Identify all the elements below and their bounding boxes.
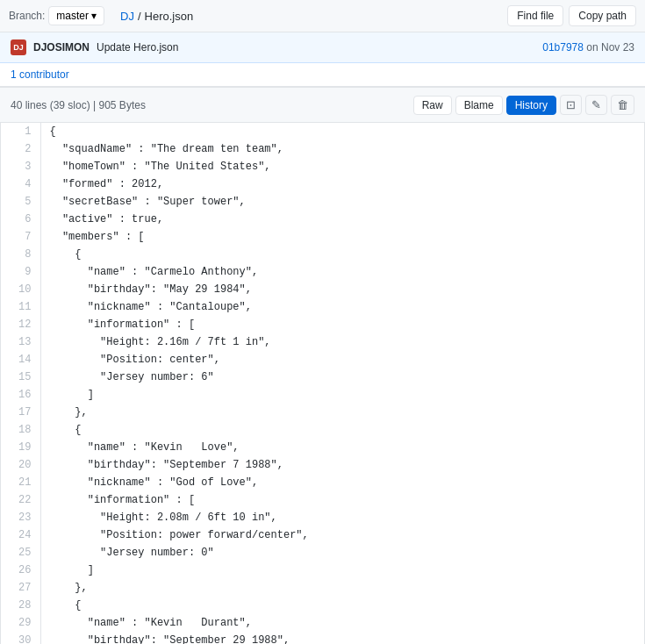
line-number: 15: [1, 369, 40, 386]
table-row: 14 "Position: center",: [1, 351, 644, 369]
line-content: {: [40, 246, 644, 263]
breadcrumb: DJ / Hero.json: [120, 10, 193, 23]
table-row: 18 {: [1, 421, 644, 439]
find-file-button[interactable]: Find file: [507, 5, 563, 26]
table-row: 15 "Jersey number: 6": [1, 369, 644, 386]
table-row: 27 },: [1, 579, 644, 597]
line-number: 16: [1, 386, 40, 404]
table-row: 16 ]: [1, 386, 644, 404]
desktop-icon[interactable]: ⊡: [560, 95, 582, 115]
line-content: {: [40, 421, 644, 439]
line-content: ]: [40, 562, 644, 579]
branch-selector[interactable]: Branch: master ▾: [9, 6, 104, 25]
line-number: 23: [1, 509, 40, 526]
line-content: "Height: 2.16m / 7ft 1 in",: [40, 333, 644, 351]
table-row: 30 "birthday": "September 29 1988",: [1, 632, 644, 644]
blame-button[interactable]: Blame: [455, 96, 503, 115]
line-number: 29: [1, 614, 40, 632]
line-content: "Height: 2.08m / 6ft 10 in",: [40, 509, 644, 526]
table-row: 12 "information" : [: [1, 316, 644, 333]
commit-message: Update Hero.json: [97, 41, 178, 54]
history-button[interactable]: History: [506, 96, 556, 115]
branch-button[interactable]: master ▾: [48, 6, 104, 25]
file-meta-bar: 40 lines (39 sloc) | 905 Bytes Raw Blame…: [0, 87, 645, 123]
line-content: "birthday": "September 29 1988",: [40, 632, 644, 644]
line-content: "Position: power forward/center",: [40, 526, 644, 544]
line-number: 26: [1, 562, 40, 579]
table-row: 7 "members" : [: [1, 228, 644, 246]
table-row: 11 "nickname" : "Cantaloupe",: [1, 298, 644, 316]
line-content: "birthday": "May 29 1984",: [40, 281, 644, 298]
table-row: 28 {: [1, 597, 644, 614]
line-content: "secretBase" : "Super tower",: [40, 193, 644, 211]
line-number: 3: [1, 158, 40, 175]
table-row: 23 "Height: 2.08m / 6ft 10 in",: [1, 509, 644, 526]
table-row: 29 "name" : "Kevin Durant",: [1, 614, 644, 632]
line-content: "homeTown" : "The United States",: [40, 158, 644, 175]
chevron-down-icon: ▾: [91, 10, 97, 22]
edit-icon[interactable]: ✎: [585, 95, 607, 115]
table-row: 4 "formed" : 2012,: [1, 175, 644, 193]
table-row: 13 "Height: 2.16m / 7ft 1 in",: [1, 333, 644, 351]
line-number: 8: [1, 246, 40, 263]
commit-author[interactable]: DJOSIMON: [33, 41, 90, 54]
line-content: ]: [40, 386, 644, 404]
table-row: 6 "active" : true,: [1, 211, 644, 228]
line-number: 20: [1, 456, 40, 474]
commit-info-left: DJ DJOSIMON Update Hero.json: [11, 39, 178, 55]
table-row: 8 {: [1, 246, 644, 263]
line-number: 19: [1, 439, 40, 456]
commit-bar: DJ DJOSIMON Update Hero.json 01b7978 on …: [0, 32, 645, 63]
line-content: "Jersey number: 6": [40, 369, 644, 386]
line-content: "nickname" : "God of Love",: [40, 474, 644, 491]
line-number: 30: [1, 632, 40, 644]
breadcrumb-file: Hero.json: [145, 10, 194, 23]
table-row: 10 "birthday": "May 29 1984",: [1, 281, 644, 298]
branch-label: Branch:: [9, 10, 45, 22]
line-number: 5: [1, 193, 40, 211]
commit-hash[interactable]: 01b7978: [542, 41, 584, 54]
commit-info-right: 01b7978 on Nov 23: [542, 41, 634, 54]
table-row: 20 "birthday": "September 7 1988",: [1, 456, 644, 474]
line-number: 14: [1, 351, 40, 369]
line-content: "name" : "Kevin Durant",: [40, 614, 644, 632]
file-actions: Raw Blame History ⊡ ✎ 🗑: [413, 95, 634, 115]
line-number: 13: [1, 333, 40, 351]
table-row: 26 ]: [1, 562, 644, 579]
table-row: 2 "squadName" : "The dream ten team",: [1, 140, 644, 158]
line-content: "formed" : 2012,: [40, 175, 644, 193]
raw-button[interactable]: Raw: [413, 96, 452, 115]
line-number: 17: [1, 404, 40, 421]
table-row: 17 },: [1, 404, 644, 421]
file-stats: 40 lines (39 sloc) | 905 Bytes: [11, 99, 146, 111]
line-content: },: [40, 579, 644, 597]
line-content: "birthday": "September 7 1988",: [40, 456, 644, 474]
line-content: },: [40, 404, 644, 421]
table-row: 21 "nickname" : "God of Love",: [1, 474, 644, 491]
copy-path-button[interactable]: Copy path: [569, 5, 636, 26]
table-row: 5 "secretBase" : "Super tower",: [1, 193, 644, 211]
line-content: {: [40, 597, 644, 614]
commit-date: on Nov 23: [586, 41, 634, 54]
avatar: DJ: [11, 39, 26, 55]
file-size: 905 Bytes: [99, 99, 146, 111]
table-row: 25 "Jersey number: 0": [1, 544, 644, 562]
contributor-link[interactable]: 1 contributor: [11, 68, 69, 81]
table-row: 24 "Position: power forward/center",: [1, 526, 644, 544]
line-number: 22: [1, 491, 40, 509]
line-number: 6: [1, 211, 40, 228]
line-number: 9: [1, 263, 40, 281]
line-number: 4: [1, 175, 40, 193]
line-content: "name" : "Carmelo Anthony",: [40, 263, 644, 281]
contributor-bar: 1 contributor: [0, 63, 645, 87]
line-number: 24: [1, 526, 40, 544]
line-content: {: [40, 123, 644, 140]
line-content: "active" : true,: [40, 211, 644, 228]
line-number: 7: [1, 228, 40, 246]
line-content: "nickname" : "Cantaloupe",: [40, 298, 644, 316]
line-number: 10: [1, 281, 40, 298]
line-number: 1: [1, 123, 40, 140]
code-view: 1{2 "squadName" : "The dream ten team",3…: [0, 123, 645, 644]
breadcrumb-dj[interactable]: DJ: [120, 10, 134, 23]
delete-icon[interactable]: 🗑: [611, 95, 634, 115]
